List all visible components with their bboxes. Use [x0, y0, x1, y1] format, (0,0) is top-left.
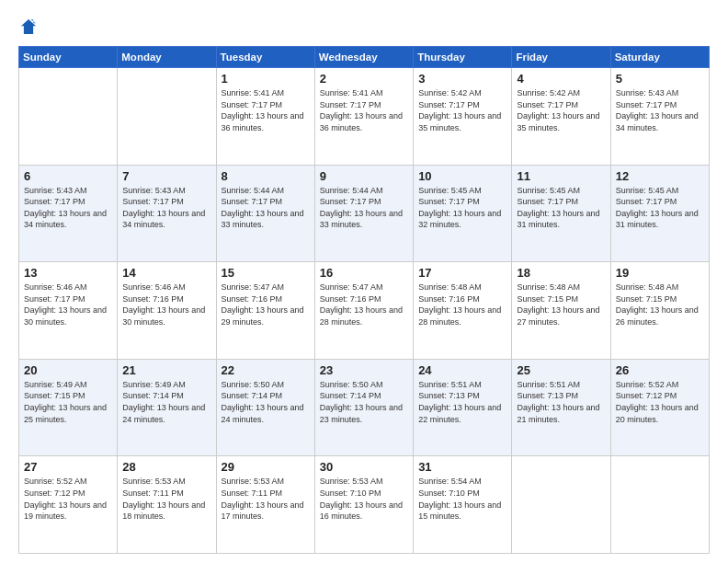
- calendar-cell: 17Sunrise: 5:48 AMSunset: 7:16 PMDayligh…: [414, 262, 512, 360]
- calendar-cell: 24Sunrise: 5:51 AMSunset: 7:13 PMDayligh…: [414, 359, 512, 456]
- header: [18, 17, 710, 37]
- logo: [18, 17, 42, 37]
- day-number: 27: [24, 460, 112, 474]
- calendar-cell: 28Sunrise: 5:53 AMSunset: 7:11 PMDayligh…: [118, 456, 216, 554]
- day-number: 22: [222, 363, 310, 377]
- calendar-cell: 13Sunrise: 5:46 AMSunset: 7:17 PMDayligh…: [19, 262, 118, 360]
- day-info: Sunrise: 5:47 AMSunset: 7:16 PMDaylight:…: [222, 282, 310, 327]
- calendar-cell: 11Sunrise: 5:45 AMSunset: 7:17 PMDayligh…: [512, 165, 610, 262]
- day-info: Sunrise: 5:53 AMSunset: 7:11 PMDaylight:…: [122, 476, 210, 522]
- day-number: 4: [517, 72, 605, 86]
- calendar-cell: 8Sunrise: 5:44 AMSunset: 7:17 PMDaylight…: [216, 165, 314, 262]
- day-info: Sunrise: 5:45 AMSunset: 7:17 PMDaylight:…: [517, 185, 605, 231]
- weekday-header: Monday: [118, 47, 216, 68]
- day-number: 29: [222, 460, 310, 474]
- day-number: 25: [517, 363, 605, 377]
- day-number: 24: [418, 363, 506, 377]
- calendar-cell: [512, 456, 610, 554]
- day-info: Sunrise: 5:45 AMSunset: 7:17 PMDaylight:…: [616, 185, 704, 231]
- calendar-week-row: 20Sunrise: 5:49 AMSunset: 7:15 PMDayligh…: [19, 359, 710, 456]
- day-info: Sunrise: 5:53 AMSunset: 7:10 PMDaylight:…: [320, 476, 408, 522]
- day-number: 8: [222, 169, 310, 183]
- day-number: 9: [320, 169, 408, 183]
- calendar-cell: 2Sunrise: 5:41 AMSunset: 7:17 PMDaylight…: [314, 68, 413, 166]
- svg-marker-0: [21, 19, 36, 34]
- day-number: 20: [24, 363, 112, 377]
- calendar-cell: 7Sunrise: 5:43 AMSunset: 7:17 PMDaylight…: [118, 165, 216, 262]
- calendar-table: SundayMondayTuesdayWednesdayThursdayFrid…: [18, 46, 710, 554]
- calendar-cell: 10Sunrise: 5:45 AMSunset: 7:17 PMDayligh…: [414, 165, 512, 262]
- day-info: Sunrise: 5:46 AMSunset: 7:17 PMDaylight:…: [24, 282, 112, 327]
- weekday-header: Tuesday: [216, 47, 314, 68]
- calendar-cell: [118, 68, 216, 166]
- calendar-cell: 19Sunrise: 5:48 AMSunset: 7:15 PMDayligh…: [610, 262, 709, 360]
- day-number: 15: [222, 266, 310, 280]
- day-number: 3: [418, 72, 506, 86]
- day-info: Sunrise: 5:52 AMSunset: 7:12 PMDaylight:…: [616, 379, 704, 425]
- day-info: Sunrise: 5:43 AMSunset: 7:17 PMDaylight:…: [616, 87, 704, 133]
- day-info: Sunrise: 5:50 AMSunset: 7:14 PMDaylight:…: [222, 379, 310, 425]
- calendar-cell: 12Sunrise: 5:45 AMSunset: 7:17 PMDayligh…: [610, 165, 709, 262]
- calendar-cell: 16Sunrise: 5:47 AMSunset: 7:16 PMDayligh…: [314, 262, 413, 360]
- day-number: 18: [517, 266, 605, 280]
- weekday-header: Thursday: [414, 47, 512, 68]
- day-info: Sunrise: 5:42 AMSunset: 7:17 PMDaylight:…: [418, 87, 506, 133]
- calendar-week-row: 27Sunrise: 5:52 AMSunset: 7:12 PMDayligh…: [19, 456, 710, 554]
- day-number: 11: [517, 169, 605, 183]
- calendar-cell: 3Sunrise: 5:42 AMSunset: 7:17 PMDaylight…: [414, 68, 512, 166]
- weekday-header: Friday: [512, 47, 610, 68]
- page: SundayMondayTuesdayWednesdayThursdayFrid…: [0, 0, 728, 563]
- day-number: 6: [24, 169, 112, 183]
- day-info: Sunrise: 5:50 AMSunset: 7:14 PMDaylight:…: [320, 379, 408, 425]
- day-info: Sunrise: 5:52 AMSunset: 7:12 PMDaylight:…: [24, 476, 112, 522]
- calendar-cell: 23Sunrise: 5:50 AMSunset: 7:14 PMDayligh…: [314, 359, 413, 456]
- calendar-cell: 30Sunrise: 5:53 AMSunset: 7:10 PMDayligh…: [314, 456, 413, 554]
- calendar-cell: 29Sunrise: 5:53 AMSunset: 7:11 PMDayligh…: [216, 456, 314, 554]
- day-info: Sunrise: 5:46 AMSunset: 7:16 PMDaylight:…: [122, 282, 210, 327]
- day-number: 13: [24, 266, 112, 280]
- day-number: 17: [418, 266, 506, 280]
- weekday-header: Sunday: [19, 47, 118, 68]
- calendar-cell: 9Sunrise: 5:44 AMSunset: 7:17 PMDaylight…: [314, 165, 413, 262]
- day-number: 28: [122, 460, 210, 474]
- day-info: Sunrise: 5:51 AMSunset: 7:13 PMDaylight:…: [418, 379, 506, 425]
- day-info: Sunrise: 5:48 AMSunset: 7:15 PMDaylight:…: [517, 282, 605, 327]
- day-info: Sunrise: 5:41 AMSunset: 7:17 PMDaylight:…: [222, 87, 310, 133]
- day-info: Sunrise: 5:44 AMSunset: 7:17 PMDaylight:…: [222, 185, 310, 231]
- calendar-cell: 18Sunrise: 5:48 AMSunset: 7:15 PMDayligh…: [512, 262, 610, 360]
- day-number: 12: [616, 169, 704, 183]
- calendar-cell: 25Sunrise: 5:51 AMSunset: 7:13 PMDayligh…: [512, 359, 610, 456]
- calendar-week-row: 1Sunrise: 5:41 AMSunset: 7:17 PMDaylight…: [19, 68, 710, 166]
- calendar-cell: 21Sunrise: 5:49 AMSunset: 7:14 PMDayligh…: [118, 359, 216, 456]
- day-number: 7: [122, 169, 210, 183]
- day-info: Sunrise: 5:41 AMSunset: 7:17 PMDaylight:…: [320, 87, 408, 133]
- day-info: Sunrise: 5:47 AMSunset: 7:16 PMDaylight:…: [320, 282, 408, 327]
- calendar-cell: 22Sunrise: 5:50 AMSunset: 7:14 PMDayligh…: [216, 359, 314, 456]
- calendar-cell: 4Sunrise: 5:42 AMSunset: 7:17 PMDaylight…: [512, 68, 610, 166]
- calendar-cell: 1Sunrise: 5:41 AMSunset: 7:17 PMDaylight…: [216, 68, 314, 166]
- day-number: 16: [320, 266, 408, 280]
- day-number: 30: [320, 460, 408, 474]
- day-info: Sunrise: 5:49 AMSunset: 7:15 PMDaylight:…: [24, 379, 112, 425]
- day-info: Sunrise: 5:45 AMSunset: 7:17 PMDaylight:…: [418, 185, 506, 231]
- calendar-week-row: 6Sunrise: 5:43 AMSunset: 7:17 PMDaylight…: [19, 165, 710, 262]
- day-info: Sunrise: 5:53 AMSunset: 7:11 PMDaylight:…: [222, 476, 310, 522]
- day-number: 5: [616, 72, 704, 86]
- day-info: Sunrise: 5:43 AMSunset: 7:17 PMDaylight:…: [24, 185, 112, 231]
- day-number: 14: [122, 266, 210, 280]
- calendar-cell: [19, 68, 118, 166]
- calendar-cell: 20Sunrise: 5:49 AMSunset: 7:15 PMDayligh…: [19, 359, 118, 456]
- day-number: 10: [418, 169, 506, 183]
- calendar-cell: 14Sunrise: 5:46 AMSunset: 7:16 PMDayligh…: [118, 262, 216, 360]
- day-number: 19: [616, 266, 704, 280]
- weekday-header: Wednesday: [314, 47, 413, 68]
- day-number: 26: [616, 363, 704, 377]
- calendar-cell: 26Sunrise: 5:52 AMSunset: 7:12 PMDayligh…: [610, 359, 709, 456]
- day-info: Sunrise: 5:54 AMSunset: 7:10 PMDaylight:…: [418, 476, 506, 522]
- calendar-cell: 15Sunrise: 5:47 AMSunset: 7:16 PMDayligh…: [216, 262, 314, 360]
- calendar-cell: 27Sunrise: 5:52 AMSunset: 7:12 PMDayligh…: [19, 456, 118, 554]
- day-info: Sunrise: 5:48 AMSunset: 7:16 PMDaylight:…: [418, 282, 506, 327]
- day-number: 31: [418, 460, 506, 474]
- day-number: 21: [122, 363, 210, 377]
- calendar-cell: [610, 456, 709, 554]
